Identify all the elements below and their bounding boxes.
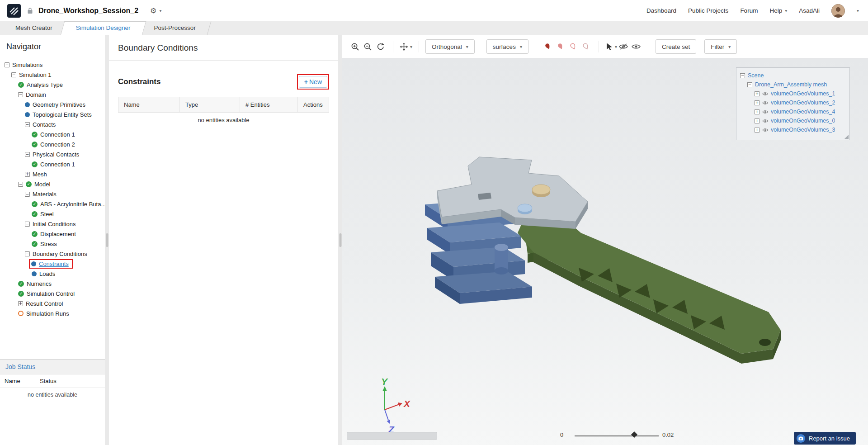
collapse-icon[interactable] <box>5 62 9 67</box>
tree-item-abs-material[interactable]: ABS - Acrylonitrile Buta... <box>0 199 105 209</box>
splitter-grip[interactable] <box>339 233 341 247</box>
tree-item-displacement[interactable]: Displacement <box>0 229 105 239</box>
scene-root-row[interactable]: Scene <box>740 71 848 80</box>
view-mode-dropdown[interactable]: Orthogonal▾ <box>425 39 475 54</box>
pan-tool-button[interactable]: ▾ <box>400 43 412 51</box>
collapse-icon[interactable] <box>25 222 30 227</box>
viewport-canvas[interactable]: Y X Z Scene Drone_Arm_Assembly mesh <box>342 58 868 445</box>
filter-dropdown[interactable]: Filter▾ <box>704 39 737 54</box>
collapse-icon[interactable] <box>25 152 30 157</box>
collapse-icon[interactable] <box>740 73 745 78</box>
tree-item-simulation-control[interactable]: Simulation Control <box>0 289 105 298</box>
splitter-right[interactable] <box>338 35 342 445</box>
visibility-eye-icon[interactable] <box>762 119 768 123</box>
scene-volume-row[interactable]: volumeOnGeoVolumes_2 <box>740 98 848 107</box>
zoom-out-button[interactable] <box>361 40 374 53</box>
tree-item-simulation-runs[interactable]: Simulation Runs <box>0 308 105 318</box>
tree-item-mesh[interactable]: Mesh <box>0 169 105 179</box>
hide-selection-eye-off-icon[interactable] <box>617 40 630 53</box>
job-status-title[interactable]: Job Status <box>0 360 105 374</box>
tab-post-processor[interactable]: Post-Processor <box>142 21 208 35</box>
visibility-eye-icon[interactable] <box>762 128 768 132</box>
tree-item-loads[interactable]: Loads <box>0 269 105 279</box>
selection-pin-solid-icon[interactable] <box>542 40 554 53</box>
user-avatar[interactable] <box>831 4 845 18</box>
select-tool-button[interactable]: ▾ <box>605 43 617 51</box>
expand-icon[interactable] <box>755 118 760 123</box>
new-constraint-button[interactable]: + New <box>299 76 327 88</box>
volume-label[interactable]: volumeOnGeoVolumes_3 <box>771 127 835 133</box>
tab-mesh-creator[interactable]: Mesh Creator <box>4 21 64 35</box>
splitter-left[interactable] <box>105 35 109 445</box>
volume-label[interactable]: volumeOnGeoVolumes_1 <box>771 90 835 97</box>
collapse-icon[interactable] <box>25 122 30 127</box>
expand-icon[interactable] <box>755 109 760 114</box>
create-set-button[interactable]: Create set <box>656 39 696 54</box>
expand-icon[interactable] <box>755 100 760 105</box>
scale-slider-track[interactable] <box>575 436 659 436</box>
volume-label[interactable]: volumeOnGeoVolumes_4 <box>771 109 835 115</box>
expand-icon[interactable] <box>755 128 760 133</box>
reset-view-button[interactable] <box>374 40 387 53</box>
scene-tree-overlay[interactable]: Scene Drone_Arm_Assembly mesh volumeOnGe… <box>736 67 850 140</box>
tree-item-physical-contacts[interactable]: Physical Contacts <box>0 149 105 159</box>
expand-icon[interactable] <box>18 301 23 306</box>
nav-forum[interactable]: Forum <box>740 7 758 14</box>
project-settings-chevron-icon[interactable]: ▾ <box>159 8 161 13</box>
selection-pin-outline-icon[interactable] <box>567 40 580 53</box>
project-settings-gear-icon[interactable]: ⚙ <box>150 6 156 15</box>
tree-item-steel[interactable]: Steel <box>0 209 105 219</box>
expand-icon[interactable] <box>25 172 30 177</box>
tree-item-connection-1[interactable]: Connection 1 <box>0 129 105 139</box>
viewport-scrollbar[interactable] <box>347 432 437 440</box>
collapse-icon[interactable] <box>18 182 23 187</box>
tree-item-constraints[interactable]: Constraints <box>0 259 105 269</box>
collapse-icon[interactable] <box>11 72 16 77</box>
tree-item-geometry-primitives[interactable]: Geometry Primitives <box>0 99 105 109</box>
volume-label[interactable]: volumeOnGeoVolumes_2 <box>771 99 835 106</box>
zoom-in-button[interactable] <box>349 40 361 53</box>
avatar-chevron-icon[interactable]: ▾ <box>857 8 859 13</box>
collapse-icon[interactable] <box>747 82 752 87</box>
tree-item-result-control[interactable]: Result Control <box>0 298 105 308</box>
tab-simulation-designer[interactable]: Simulation Designer <box>64 21 142 35</box>
app-logo-icon[interactable] <box>7 4 21 18</box>
scene-volume-row[interactable]: volumeOnGeoVolumes_0 <box>740 116 848 125</box>
scene-root-label[interactable]: Scene <box>748 72 764 79</box>
scene-mesh-label[interactable]: Drone_Arm_Assembly mesh <box>755 81 827 88</box>
tree-item-numerics[interactable]: Numerics <box>0 279 105 289</box>
show-all-eye-icon[interactable] <box>630 40 642 53</box>
visibility-eye-icon[interactable] <box>762 92 768 96</box>
tree-item-initial-conditions[interactable]: Initial Conditions <box>0 219 105 229</box>
scene-volume-row[interactable]: volumeOnGeoVolumes_4 <box>740 107 848 116</box>
tree-item-connection-2[interactable]: Connection 2 <box>0 139 105 149</box>
tree-item-contacts[interactable]: Contacts <box>0 119 105 129</box>
tree-item-boundary-conditions[interactable]: Boundary Conditions <box>0 249 105 259</box>
visibility-eye-icon[interactable] <box>762 110 768 114</box>
splitter-grip[interactable] <box>106 233 108 247</box>
expand-icon[interactable] <box>755 91 760 96</box>
tree-item-topological-entity-sets[interactable]: Topological Entity Sets <box>0 109 105 119</box>
tree-item-model[interactable]: Model <box>0 179 105 189</box>
tree-item-domain[interactable]: Domain <box>0 90 105 99</box>
collapse-icon[interactable] <box>25 192 30 197</box>
nav-dashboard[interactable]: Dashboard <box>646 7 676 14</box>
tree-item-simulation-1[interactable]: Simulation 1 <box>0 70 105 80</box>
render-mode-dropdown[interactable]: surfaces▾ <box>486 39 528 54</box>
tree-item-simulations[interactable]: Simulations <box>0 60 105 70</box>
nav-username[interactable]: AsadAli <box>799 7 820 14</box>
tree-item-materials[interactable]: Materials <box>0 189 105 199</box>
collapse-icon[interactable] <box>25 251 30 256</box>
nav-help[interactable]: Help ▾ <box>769 7 787 14</box>
scene-mesh-row[interactable]: Drone_Arm_Assembly mesh <box>740 80 848 89</box>
scene-volume-row[interactable]: volumeOnGeoVolumes_1 <box>740 89 848 98</box>
nav-public-projects[interactable]: Public Projects <box>688 7 728 14</box>
collapse-icon[interactable] <box>18 92 23 97</box>
report-issue-button[interactable]: Report an issue <box>794 432 856 445</box>
selection-pin-faded-icon[interactable] <box>580 40 592 53</box>
tree-item-analysis-type[interactable]: Analysis Type <box>0 80 105 90</box>
scene-volume-row[interactable]: volumeOnGeoVolumes_3 <box>740 125 848 134</box>
tree-item-stress[interactable]: Stress <box>0 239 105 249</box>
volume-label[interactable]: volumeOnGeoVolumes_0 <box>771 118 835 124</box>
selection-pin-light-icon[interactable] <box>554 40 567 53</box>
